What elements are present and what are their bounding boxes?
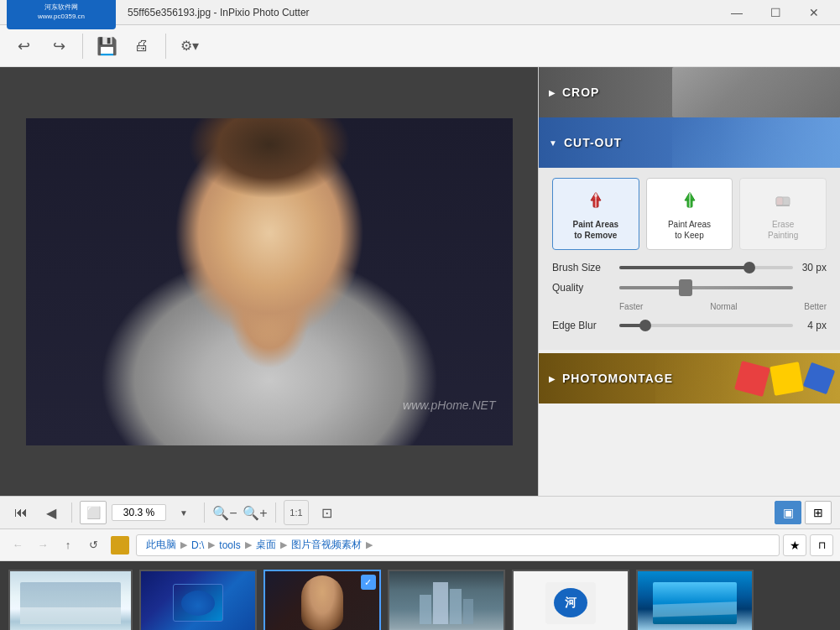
thumbnail-item-3[interactable]: ✓ 55ff65e356193.jpg <box>263 570 381 630</box>
cutout-bg-decoration <box>672 117 840 168</box>
path-item-computer[interactable]: 此电脑 <box>143 536 179 554</box>
thumb-image-1 <box>10 571 131 630</box>
window-title: 55ff65e356193.jpg - InPixio Photo Cutter <box>128 7 310 18</box>
undo-button[interactable]: ↩ <box>8 31 39 61</box>
print-button[interactable]: 🖨 <box>127 31 157 61</box>
path-item-drive[interactable]: D:\ <box>189 538 206 553</box>
thumbnail-strip: 01ebec5985e81b000000021... 2018-03-02-13… <box>0 561 840 630</box>
photomontage-label: PHOTOMONTAGE <box>562 372 673 385</box>
nav-up-button[interactable]: ↑ <box>57 534 79 556</box>
path-item-media[interactable]: 图片音视频素材 <box>289 536 364 554</box>
quality-track[interactable] <box>619 286 793 289</box>
main-toolbar: ↩ ↪ 💾 🖨 ⚙▾ <box>0 25 840 67</box>
crop-arrow-icon: ▶ <box>549 88 556 97</box>
erase-painting-button[interactable]: ErasePainting <box>739 178 827 250</box>
folder-icon <box>111 536 129 555</box>
brush-size-fill <box>619 266 749 269</box>
brush-size-row: Brush Size 30 px <box>552 262 827 273</box>
nav-refresh-button[interactable]: ↺ <box>82 534 104 556</box>
paint-remove-label: Paint Areasto Remove <box>573 219 619 241</box>
edge-blur-value: 4 px <box>793 320 827 331</box>
prev-frame-button[interactable]: ◀ <box>39 500 64 525</box>
quality-row: Quality <box>552 282 827 294</box>
zoom-display[interactable]: 30.3 % <box>112 504 166 521</box>
close-button[interactable]: ✕ <box>795 0 833 25</box>
save-button[interactable]: 💾 <box>91 31 122 61</box>
canvas-image: www.pHome.NET <box>26 118 513 445</box>
file-browser-bar: ← → ↑ ↺ 此电脑 ▶ D:\ ▶ tools ▶ 桌面 ▶ 图片音视频素材… <box>0 529 840 561</box>
erase-painting-label: ErasePainting <box>768 219 798 241</box>
main-area: www.pHome.NET ▶ CROP ▼ CUT-OUT <box>0 67 840 496</box>
bt-separator-2 <box>204 502 205 523</box>
thumbnail-item-5[interactable]: 河 logo.png <box>512 570 629 630</box>
bottom-toolbar: ⏮ ◀ ⬜ 30.3 % ▼ 🔍− 🔍+ 1:1 ⊡ ▣ ⊞ <box>0 496 840 529</box>
quality-thumb[interactable] <box>679 279 692 296</box>
quality-better-label: Better <box>804 302 827 311</box>
zoom-actual-button[interactable]: 1:1 <box>284 500 309 525</box>
zoom-fit-button[interactable]: ⊡ <box>314 500 339 525</box>
cutout-content: Paint Areasto Remove Paint Areasto Keep <box>539 168 840 350</box>
edge-blur-label: Edge Blur <box>552 320 619 331</box>
thumb-image-2 <box>141 571 255 630</box>
svg-point-3 <box>594 194 597 197</box>
photomontage-bg-decoration <box>655 353 840 404</box>
quality-label: Quality <box>552 282 619 294</box>
paint-keep-icon <box>676 187 703 214</box>
zoom-out-button[interactable]: 🔍− <box>212 500 237 525</box>
crop-label: CROP <box>562 86 599 99</box>
crop-bg-decoration <box>655 67 840 117</box>
brush-size-value: 30 px <box>793 262 827 273</box>
tool-buttons-row: Paint Areasto Remove Paint Areasto Keep <box>552 178 827 250</box>
nav-forward-button[interactable]: → <box>32 534 54 556</box>
toolbar-separator-2 <box>165 34 166 59</box>
brush-size-label: Brush Size <box>552 262 619 273</box>
quality-normal-label: Normal <box>710 302 737 311</box>
settings-button[interactable]: ⚙▾ <box>175 31 205 61</box>
panel-toggle-button[interactable]: ⊓ <box>810 534 833 556</box>
brush-size-thumb[interactable] <box>743 262 755 273</box>
watermark-text: www.pHome.NET <box>403 398 495 412</box>
first-frame-button[interactable]: ⏮ <box>8 500 34 525</box>
nav-back-button[interactable]: ← <box>7 534 29 556</box>
edge-blur-track[interactable] <box>619 324 793 327</box>
view-split-button[interactable]: ⊞ <box>805 501 832 524</box>
paint-keep-button[interactable]: Paint Areasto Keep <box>646 178 733 250</box>
zoom-in-button[interactable]: 🔍+ <box>243 500 268 525</box>
brush-size-track[interactable] <box>619 266 793 269</box>
bookmark-button[interactable]: ★ <box>783 534 806 556</box>
edge-blur-row: Edge Blur 4 px <box>552 320 827 331</box>
edge-blur-thumb[interactable] <box>639 320 651 331</box>
thumbnail-item-1[interactable]: 01ebec5985e81b000000021... <box>8 570 133 630</box>
zoom-dropdown-button[interactable]: ▼ <box>171 500 196 525</box>
thumbnail-item-6[interactable]: pc0359.gif <box>636 570 754 630</box>
thumbnail-item-2[interactable]: 2018-03-02-13-31-13.jpg <box>139 570 257 630</box>
thumb-image-4 <box>389 571 503 630</box>
thumb-selected-check-3: ✓ <box>361 575 376 590</box>
paint-remove-button[interactable]: Paint Areasto Remove <box>552 178 639 250</box>
path-item-tools[interactable]: tools <box>217 538 243 553</box>
photomontage-section-header[interactable]: ▶ PHOTOMONTAGE <box>539 353 840 404</box>
canvas-area[interactable]: www.pHome.NET <box>0 67 538 496</box>
bt-separator-3 <box>275 502 276 523</box>
crop-section-header[interactable]: ▶ CROP <box>539 67 840 117</box>
erase-painting-icon <box>770 187 796 214</box>
thumbnail-item-4[interactable]: chengshijg_155b.jpg <box>388 570 505 630</box>
cutout-section-header[interactable]: ▼ CUT-OUT <box>539 117 840 168</box>
view-controls: ▣ ⊞ <box>775 501 832 524</box>
paint-remove-icon <box>582 187 609 214</box>
redo-button[interactable]: ↪ <box>44 31 74 61</box>
thumb-image-5: 河 <box>514 571 628 630</box>
view-single-button[interactable]: ▣ <box>775 501 801 524</box>
right-panel: ▶ CROP ▼ CUT-OUT <box>538 67 840 496</box>
window-controls: — ☐ ✕ <box>717 0 833 25</box>
minimize-button[interactable]: — <box>717 0 756 25</box>
cutout-arrow-icon: ▼ <box>549 138 557 148</box>
thumb-image-6 <box>638 571 752 630</box>
portrait-background <box>26 118 513 445</box>
bt-separator-1 <box>71 502 72 523</box>
quality-fill <box>619 286 686 289</box>
title-left: 河东软件网www.pc0359.cn 55ff65e356193.jpg - I… <box>7 0 310 29</box>
maximize-button[interactable]: ☐ <box>756 0 795 25</box>
svg-rect-8 <box>776 197 783 206</box>
path-item-desktop[interactable]: 桌面 <box>253 536 279 554</box>
